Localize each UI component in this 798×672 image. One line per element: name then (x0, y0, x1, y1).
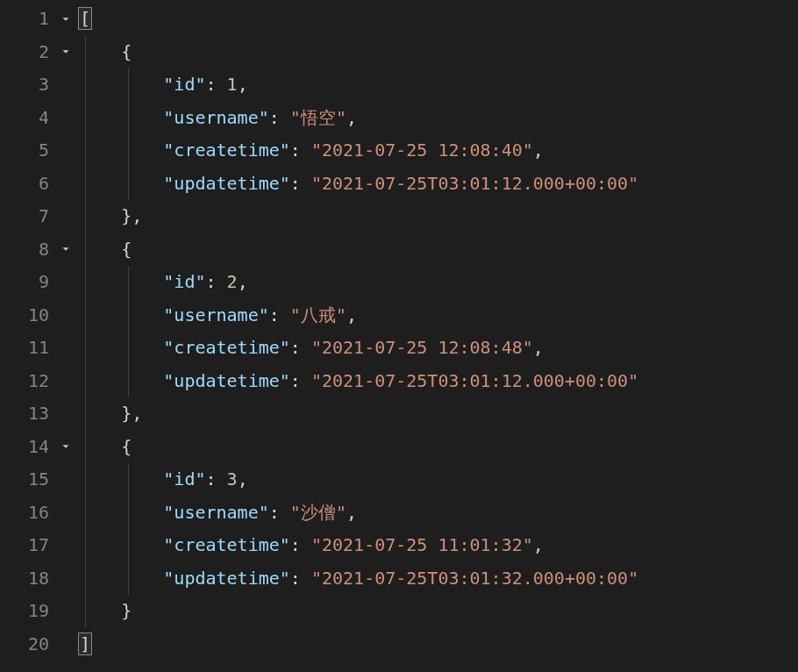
code-content[interactable]: [ { "id": 1, "username": "悟空", "createti… (79, 3, 798, 672)
json-key: "updatetime" (163, 173, 290, 194)
json-key: "id" (163, 74, 205, 95)
line-number: 13 (23, 397, 58, 431)
json-key: "updatetime" (163, 370, 290, 391)
code-line: ] (79, 628, 798, 661)
json-key: "username" (163, 502, 268, 523)
code-line: "username": "沙僧", (79, 497, 798, 530)
json-brace-close: }, (121, 403, 142, 424)
json-brace-close: }, (121, 205, 142, 226)
json-brace-open: { (121, 41, 132, 62)
code-line: { (79, 233, 798, 267)
line-number: 14 (23, 431, 58, 464)
line-number: 1 (23, 3, 58, 36)
code-line: "updatetime": "2021-07-25T03:01:32.000+0… (79, 562, 798, 596)
json-key: "createtime" (163, 534, 290, 555)
json-key: "id" (163, 468, 205, 490)
line-number: 2 (23, 36, 58, 69)
code-line: "username": "悟空", (79, 102, 798, 135)
json-number: 3 (227, 468, 238, 490)
code-line: } (79, 595, 798, 628)
code-line: }, (79, 200, 798, 233)
code-line: "createtime": "2021-07-25 12:08:48", (79, 332, 798, 365)
code-line: }, (79, 397, 798, 431)
line-number: 15 (23, 463, 58, 497)
json-brace-open: { (121, 239, 132, 260)
code-line: "updatetime": "2021-07-25T03:01:12.000+0… (79, 168, 798, 201)
line-number: 16 (23, 497, 58, 530)
json-string: "沙僧" (290, 502, 346, 523)
code-line: "id": 3, (79, 463, 798, 497)
chevron-down-icon[interactable] (58, 13, 74, 25)
line-number: 3 (23, 68, 58, 102)
json-string: "悟空" (290, 107, 346, 128)
json-bracket-open: [ (78, 7, 92, 30)
json-string: "2021-07-25 12:08:40" (311, 139, 533, 161)
code-line: "createtime": "2021-07-25 11:01:32", (79, 529, 798, 562)
json-key: "updatetime" (163, 568, 290, 589)
code-line: { (79, 431, 798, 464)
json-key: "createtime" (163, 337, 290, 358)
json-string: "2021-07-25 12:08:48" (311, 337, 533, 358)
json-string: "2021-07-25T03:01:32.000+00:00" (311, 568, 638, 589)
json-brace-close: } (121, 600, 132, 621)
line-number: 8 (23, 233, 58, 267)
code-line: "username": "八戒", (79, 299, 798, 332)
chevron-down-icon[interactable] (58, 440, 74, 453)
json-string: "2021-07-25T03:01:12.000+00:00" (311, 370, 638, 391)
json-number: 1 (227, 74, 238, 95)
code-line: "updatetime": "2021-07-25T03:01:12.000+0… (79, 365, 798, 398)
line-number: 7 (23, 200, 58, 233)
json-string: "八戒" (290, 304, 346, 325)
line-number: 19 (23, 595, 58, 628)
line-number: 12 (23, 365, 58, 398)
json-string: "2021-07-25T03:01:12.000+00:00" (311, 173, 638, 194)
code-line: [ (79, 3, 798, 36)
chevron-down-icon[interactable] (58, 243, 74, 255)
code-line: "id": 1, (79, 68, 798, 102)
line-number: 6 (23, 168, 58, 201)
json-key: "username" (163, 304, 268, 325)
code-line: "createtime": "2021-07-25 12:08:40", (79, 134, 798, 168)
line-number: 20 (23, 628, 58, 661)
line-number: 11 (23, 332, 58, 365)
code-line: "id": 2, (79, 266, 798, 299)
json-bracket-close: ] (78, 633, 92, 655)
line-number: 9 (23, 266, 58, 299)
code-editor: 1 2 3 4 5 6 7 8 9 10 11 12 13 14 15 16 1… (0, 3, 798, 672)
gutter: 1 2 3 4 5 6 7 8 9 10 11 12 13 14 15 16 1… (0, 3, 79, 672)
line-number: 5 (23, 134, 58, 168)
json-key: "createtime" (163, 139, 290, 161)
chevron-down-icon[interactable] (58, 46, 74, 58)
line-number: 4 (23, 102, 58, 135)
json-string: "2021-07-25 11:01:32" (311, 534, 533, 555)
line-number: 17 (23, 529, 58, 562)
code-line: { (79, 36, 798, 69)
json-key: "username" (163, 107, 268, 128)
json-key: "id" (163, 271, 205, 292)
line-number: 10 (23, 299, 58, 332)
json-brace-open: { (121, 436, 132, 457)
json-number: 2 (227, 271, 238, 292)
line-number: 18 (23, 562, 58, 596)
